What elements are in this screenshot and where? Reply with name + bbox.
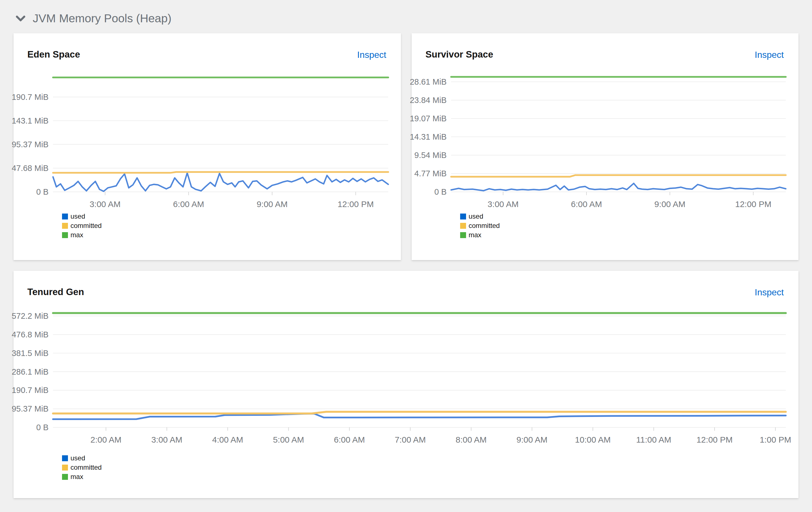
svg-text:95.37 MiB: 95.37 MiB [11,404,49,413]
legend-label-used: used [70,213,85,220]
svg-text:2:00 AM: 2:00 AM [90,435,121,444]
legend-item-max[interactable]: max [62,474,102,480]
svg-text:6:00 AM: 6:00 AM [334,435,365,444]
svg-text:476.8 MiB: 476.8 MiB [11,330,49,339]
svg-text:6:00 AM: 6:00 AM [173,199,204,209]
svg-text:8:00 AM: 8:00 AM [456,435,487,444]
eden-space-chart[interactable]: 190.7 MiB143.1 MiB95.37 MiB47.68 MiB0 B3… [16,70,388,251]
svg-text:9.54 MiB: 9.54 MiB [414,151,446,160]
panel-title: Eden Space [27,49,80,60]
svg-text:4.77 MiB: 4.77 MiB [414,169,446,178]
legend-label-used: used [70,455,85,461]
legend-item-max[interactable]: max [460,232,500,238]
svg-text:10:00 AM: 10:00 AM [575,435,611,444]
legend-swatch-committed [62,223,68,229]
svg-text:12:00 PM: 12:00 PM [338,199,374,209]
dashboard-page: { "section": { "title": "JVM Memory Pool… [0,0,812,512]
chart-legend: used committed max [62,455,102,480]
legend-item-used[interactable]: used [62,455,102,461]
svg-text:7:00 AM: 7:00 AM [395,435,426,444]
inspect-link[interactable]: Inspect [755,287,784,297]
svg-text:381.5 MiB: 381.5 MiB [11,349,49,358]
legend-label-max: max [70,232,83,238]
inspect-link[interactable]: Inspect [755,50,784,60]
svg-text:28.61 MiB: 28.61 MiB [410,77,446,86]
legend-item-committed[interactable]: committed [460,223,500,229]
chevron-down-icon[interactable] [16,15,25,22]
section-header-jvm-memory-pools[interactable]: JVM Memory Pools (Heap) [16,12,171,25]
chart-canvas: 572.2 MiB476.8 MiB381.5 MiB286.1 MiB190.… [16,306,786,481]
chart-legend: used committed max [460,213,500,238]
svg-text:3:00 AM: 3:00 AM [488,199,519,209]
panel-survivor-space: Survivor Space Inspect 28.61 MiB23.84 Mi… [412,33,799,260]
legend-label-committed: committed [70,223,102,229]
svg-text:0 B: 0 B [36,187,49,196]
chart-legend: used committed max [62,213,102,238]
legend-label-committed: committed [70,464,102,471]
panel-title: Survivor Space [426,49,493,60]
svg-text:9:00 AM: 9:00 AM [257,199,288,209]
svg-text:3:00 AM: 3:00 AM [151,435,182,444]
legend-label-max: max [70,474,83,480]
panel-title: Tenured Gen [27,287,84,297]
legend-label-committed: committed [469,223,500,229]
svg-text:1:00 PM: 1:00 PM [759,435,791,444]
legend-item-committed[interactable]: committed [62,223,102,229]
legend-swatch-used [460,214,466,220]
svg-text:19.07 MiB: 19.07 MiB [410,114,446,123]
panel-tenured-gen: Tenured Gen Inspect 572.2 MiB476.8 MiB38… [13,271,799,498]
legend-swatch-committed [62,464,68,471]
svg-text:0 B: 0 B [36,423,49,432]
svg-text:5:00 AM: 5:00 AM [273,435,304,444]
svg-text:11:00 AM: 11:00 AM [636,435,671,444]
svg-text:190.7 MiB: 190.7 MiB [11,386,49,395]
svg-text:12:00 PM: 12:00 PM [735,199,771,209]
svg-text:9:00 AM: 9:00 AM [517,435,548,444]
panel-eden-space: Eden Space Inspect 190.7 MiB143.1 MiB95.… [13,33,401,260]
legend-label-max: max [469,232,481,238]
svg-text:47.68 MiB: 47.68 MiB [11,164,49,173]
legend-swatch-max [62,232,68,238]
legend-swatch-used [62,214,68,220]
svg-text:4:00 AM: 4:00 AM [212,435,243,444]
legend-item-committed[interactable]: committed [62,464,102,471]
legend-swatch-used [62,455,68,461]
tenured-gen-chart[interactable]: 572.2 MiB476.8 MiB381.5 MiB286.1 MiB190.… [16,306,786,481]
legend-swatch-max [62,474,68,480]
svg-text:143.1 MiB: 143.1 MiB [11,116,49,125]
svg-text:572.2 MiB: 572.2 MiB [11,311,49,320]
legend-swatch-committed [460,223,466,229]
legend-label-used: used [469,213,483,220]
survivor-space-chart[interactable]: 28.61 MiB23.84 MiB19.07 MiB14.31 MiB9.54… [414,70,786,251]
svg-text:190.7 MiB: 190.7 MiB [11,92,49,102]
legend-swatch-max [460,232,466,238]
legend-item-max[interactable]: max [62,232,102,238]
inspect-link[interactable]: Inspect [357,50,386,60]
section-title: JVM Memory Pools (Heap) [33,12,171,25]
svg-text:12:00 PM: 12:00 PM [696,435,732,444]
svg-text:14.31 MiB: 14.31 MiB [410,132,446,141]
legend-item-used[interactable]: used [460,213,500,220]
svg-text:23.84 MiB: 23.84 MiB [410,96,446,105]
svg-text:9:00 AM: 9:00 AM [655,199,686,209]
svg-text:6:00 AM: 6:00 AM [571,199,602,209]
svg-text:3:00 AM: 3:00 AM [90,199,121,209]
svg-text:286.1 MiB: 286.1 MiB [11,367,49,376]
svg-text:0 B: 0 B [434,187,446,196]
legend-item-used[interactable]: used [62,213,102,220]
svg-text:95.37 MiB: 95.37 MiB [11,140,49,149]
